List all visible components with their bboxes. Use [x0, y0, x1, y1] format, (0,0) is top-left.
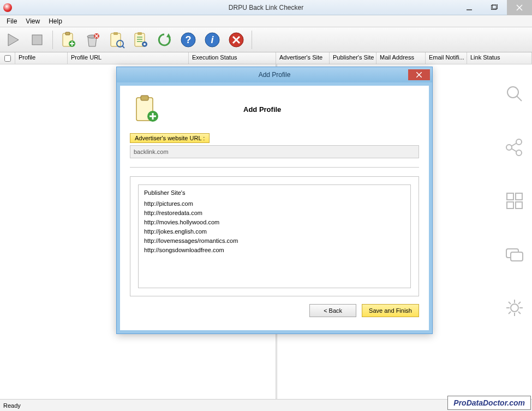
add-profile-button[interactable] [57, 29, 79, 51]
dialog-body: Add Profile Advertiser's website URL : P… [117, 82, 432, 333]
back-button[interactable]: < Back [309, 304, 356, 317]
help-button[interactable]: ? [177, 29, 199, 51]
svg-line-36 [517, 96, 522, 101]
svg-line-55 [518, 302, 521, 304]
minimize-button[interactable] [457, 0, 482, 15]
dialog-button-row: < Back Save and Finish [130, 304, 419, 317]
menu-view[interactable]: View [21, 16, 44, 26]
column-email-notif[interactable]: Email Notifi... [426, 52, 467, 64]
info-button[interactable]: i [201, 29, 223, 51]
advertiser-url-label: Advertiser's website URL : [130, 133, 210, 143]
svg-marker-5 [8, 34, 19, 46]
svg-rect-21 [138, 32, 142, 35]
list-item[interactable]: http://pictures.com [144, 199, 405, 209]
svg-line-40 [511, 143, 517, 146]
svg-marker-27 [166, 33, 171, 38]
svg-rect-60 [141, 96, 148, 100]
save-finish-button[interactable]: Save and Finish [362, 304, 419, 317]
svg-text:?: ? [186, 34, 192, 45]
svg-line-41 [511, 148, 517, 152]
svg-line-54 [518, 312, 521, 314]
play-button[interactable] [2, 29, 24, 51]
gear-icon[interactable] [501, 295, 528, 321]
menubar: File View Help [0, 15, 532, 27]
svg-rect-44 [507, 202, 513, 209]
edit-profile-button[interactable] [105, 29, 127, 51]
list-item[interactable]: http://songsdownloadfree.com [144, 246, 405, 255]
svg-point-38 [516, 139, 522, 145]
toolbar: ? i [0, 27, 532, 52]
dialog-heading: Add Profile [243, 105, 281, 114]
list-item[interactable]: http://lovemessages/romantics.com [144, 236, 405, 246]
svg-rect-47 [511, 252, 523, 261]
list-item[interactable]: http://restoredata.com [144, 209, 405, 218]
svg-point-48 [511, 304, 518, 312]
side-toolbar [497, 75, 532, 321]
svg-rect-45 [516, 202, 522, 209]
svg-rect-16 [111, 33, 121, 46]
dialog-title: Add Profile [259, 71, 291, 79]
svg-rect-17 [113, 32, 118, 35]
dialog-titlebar[interactable]: Add Profile [117, 67, 432, 82]
menu-file[interactable]: File [2, 16, 21, 26]
svg-rect-43 [516, 193, 522, 200]
toolbar-separator [52, 31, 53, 49]
svg-point-37 [506, 145, 512, 150]
windows-icon[interactable] [501, 188, 528, 214]
publisher-sites-list[interactable]: Publisher Site's http://pictures.com htt… [138, 184, 411, 288]
column-checkbox[interactable] [0, 52, 15, 64]
refresh-button[interactable] [153, 29, 175, 51]
add-profile-dialog: Add Profile Add Profile Advertiser's web… [116, 67, 433, 334]
svg-line-53 [509, 302, 511, 304]
watermark-badge: ProDataDoctor.com [447, 396, 531, 410]
svg-line-56 [509, 312, 511, 314]
publisher-sites-box: Publisher Site's http://pictures.com htt… [130, 176, 419, 296]
share-icon[interactable] [501, 134, 528, 160]
app-icon [3, 3, 12, 12]
svg-point-39 [516, 150, 522, 156]
clipboard-add-icon [130, 93, 162, 125]
svg-rect-6 [32, 35, 42, 45]
svg-rect-8 [65, 32, 70, 35]
select-all-checkbox[interactable] [4, 55, 11, 62]
dialog-close-button[interactable] [408, 69, 430, 80]
svg-line-19 [122, 46, 124, 48]
stop-button[interactable] [26, 29, 48, 51]
window-controls [457, 0, 532, 15]
publisher-sites-header: Publisher Site's [144, 189, 405, 196]
status-ready: Ready [3, 402, 21, 409]
column-profile-url[interactable]: Profile URL [68, 52, 189, 64]
screens-icon[interactable] [501, 241, 528, 267]
dialog-separator [130, 167, 419, 168]
list-item[interactable]: http://movies.hollywood.com [144, 218, 405, 227]
column-link-status[interactable]: Link Status [467, 52, 532, 64]
column-profile[interactable]: Profile [15, 52, 68, 64]
toolbar-separator [252, 31, 252, 49]
search-icon[interactable] [501, 81, 528, 107]
close-button[interactable] [507, 0, 532, 15]
maximize-button[interactable] [482, 0, 507, 15]
window-title: DRPU Back Link Checker [229, 4, 303, 11]
svg-point-26 [144, 43, 146, 45]
list-item[interactable]: http://jokes.english.com [144, 227, 405, 236]
watermark-text: ProDataDoctor.com [453, 398, 525, 407]
column-advertiser-site[interactable]: Advertiser's Site [276, 52, 330, 64]
delete-profile-button[interactable] [81, 29, 103, 51]
column-headers: Profile Profile URL Execution Status Adv… [0, 52, 532, 64]
svg-rect-42 [507, 193, 513, 200]
exit-button[interactable] [225, 29, 247, 51]
window-titlebar: DRPU Back Link Checker [0, 0, 532, 15]
advertiser-url-input[interactable] [130, 145, 419, 158]
column-publisher-site[interactable]: Publisher's Site [330, 52, 376, 64]
column-mail-address[interactable]: Mail Address [376, 52, 426, 64]
settings-profile-button[interactable] [129, 29, 151, 51]
menu-help[interactable]: Help [44, 16, 67, 26]
column-exec-status[interactable]: Execution Status [189, 52, 276, 64]
